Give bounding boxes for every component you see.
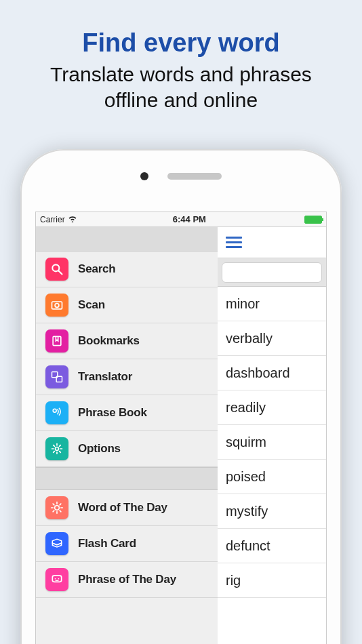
drawer-section-2: Word of The Day Flash Card Phrase of The… xyxy=(36,490,218,598)
list-item[interactable]: dashboard xyxy=(218,356,326,390)
phone-top xyxy=(20,149,342,203)
sidebar-item-label: Phrase Book xyxy=(78,406,147,420)
sidebar-item-label: Translator xyxy=(78,370,132,384)
phone-frame: Carrier 6:44 PM xyxy=(20,149,342,644)
sidebar-item-label: Scan xyxy=(78,298,105,312)
translate-icon xyxy=(45,365,68,388)
camera-icon xyxy=(45,294,68,317)
svg-point-7 xyxy=(53,409,56,412)
svg-rect-2 xyxy=(52,302,62,309)
main-header xyxy=(218,227,326,258)
status-bar: Carrier 6:44 PM xyxy=(36,212,326,227)
sidebar-item-translator[interactable]: Translator xyxy=(36,359,218,395)
svg-rect-4 xyxy=(53,336,61,345)
sidebar-item-phrasebook[interactable]: Phrase Book xyxy=(36,395,218,431)
sidebar-item-label: Search xyxy=(78,262,116,276)
svg-point-19 xyxy=(55,578,56,580)
sidebar-item-potd[interactable]: Phrase of The Day xyxy=(36,562,218,598)
battery-icon xyxy=(304,216,322,224)
chat-icon xyxy=(45,568,68,591)
card-icon xyxy=(45,532,68,555)
svg-line-15 xyxy=(60,510,61,512)
list-item[interactable]: squirm xyxy=(218,425,326,460)
main-page: minor verbally dashboard readily squirm … xyxy=(218,227,326,644)
sidebar-item-scan[interactable]: Scan xyxy=(36,287,218,323)
drawer-divider xyxy=(36,467,218,490)
svg-line-1 xyxy=(59,271,62,275)
drawer-spacer xyxy=(36,227,218,251)
list-item[interactable]: mystify xyxy=(218,494,326,529)
svg-line-17 xyxy=(53,510,54,512)
sidebar-item-options[interactable]: Options xyxy=(36,431,218,467)
sun-icon xyxy=(45,496,68,519)
list-item[interactable]: readily xyxy=(218,390,326,425)
sidebar-item-label: Bookmarks xyxy=(78,334,140,348)
search-icon xyxy=(45,258,68,281)
list-item[interactable]: verbally xyxy=(218,321,326,356)
svg-point-9 xyxy=(55,506,60,510)
speaker-icon xyxy=(45,401,68,424)
bookmark-icon xyxy=(45,329,68,353)
promo-sub-line2: offline and online xyxy=(104,89,258,111)
list-item[interactable]: poised xyxy=(218,460,326,494)
svg-line-14 xyxy=(53,504,54,505)
side-drawer: Search Scan Bookmarks xyxy=(36,227,218,644)
gear-icon xyxy=(45,437,68,460)
list-item[interactable]: defunct xyxy=(218,529,326,563)
list-item[interactable]: rig xyxy=(218,563,326,598)
drawer-section-1: Search Scan Bookmarks xyxy=(36,251,218,467)
sidebar-item-wotd[interactable]: Word of The Day xyxy=(36,490,218,526)
phone-speaker xyxy=(167,173,222,180)
search-bar-container xyxy=(218,258,326,287)
sidebar-item-bookmarks[interactable]: Bookmarks xyxy=(36,323,218,359)
promo-subtitle: Translate words and phrases offline and … xyxy=(0,62,362,113)
promo-sub-line1: Translate words and phrases xyxy=(50,63,312,85)
promo-headline: Find every word xyxy=(0,28,362,58)
svg-point-20 xyxy=(58,578,60,580)
carrier-label: Carrier xyxy=(40,215,65,224)
menu-icon[interactable] xyxy=(226,237,242,248)
list-item[interactable]: minor xyxy=(218,287,326,321)
sidebar-item-label: Word of The Day xyxy=(78,501,167,515)
sidebar-item-label: Flash Card xyxy=(78,537,136,550)
status-time: 6:44 PM xyxy=(77,214,302,224)
sidebar-item-label: Options xyxy=(78,442,121,456)
wifi-icon xyxy=(68,215,77,224)
svg-point-3 xyxy=(55,304,59,308)
phone-screen: Carrier 6:44 PM xyxy=(35,212,327,644)
svg-point-8 xyxy=(56,447,59,451)
sidebar-item-flashcard[interactable]: Flash Card xyxy=(36,526,218,562)
sidebar-item-label: Phrase of The Day xyxy=(78,573,176,586)
svg-line-16 xyxy=(60,504,61,505)
phone-camera-dot xyxy=(140,172,148,180)
word-list: minor verbally dashboard readily squirm … xyxy=(218,287,326,598)
search-input[interactable] xyxy=(222,262,322,283)
sidebar-item-search[interactable]: Search xyxy=(36,251,218,287)
